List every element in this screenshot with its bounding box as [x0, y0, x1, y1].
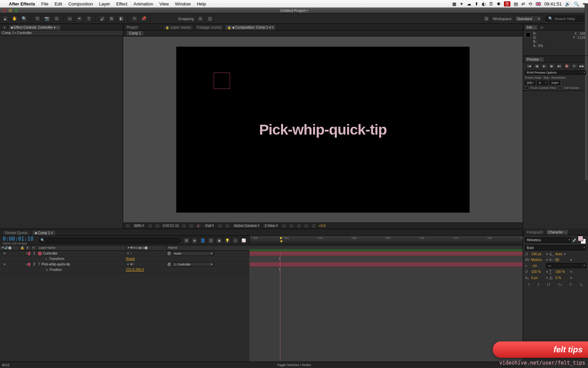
framerate-dropdown[interactable]: (25)	[525, 81, 535, 85]
pen-tool-icon[interactable]: ✒	[76, 16, 82, 22]
frame-blend-icon[interactable]: ⊡	[208, 237, 214, 244]
font-size-value[interactable]: 148 px	[531, 252, 545, 256]
playhead-line[interactable]	[280, 251, 280, 362]
vscale-value[interactable]: 100 %	[531, 270, 545, 274]
tab-info[interactable]: Info×	[524, 25, 538, 30]
close-icon[interactable]: ×	[57, 26, 59, 29]
menu-effect[interactable]: Effect	[116, 1, 127, 6]
zoom-tool-icon[interactable]: 🔍	[21, 16, 27, 22]
status-icon[interactable]: ☁	[467, 1, 471, 6]
snap-toggle-icon[interactable]: ⧈	[197, 16, 203, 22]
timeline-search-input[interactable]	[39, 238, 181, 243]
stroke-value[interactable]: - px	[531, 264, 545, 267]
pickwhip-icon[interactable]: @	[167, 262, 171, 266]
status-icon[interactable]: ✱	[497, 1, 501, 6]
twirl-icon[interactable]: ▾	[26, 263, 27, 266]
property-value[interactable]: 210.0,396.0	[126, 268, 167, 272]
current-time-indicator[interactable]: ▼	[279, 236, 283, 241]
tab-project[interactable]: ▾	[1, 25, 8, 30]
tab-effects-presets[interactable]: ▾	[539, 25, 545, 30]
exposure-value[interactable]: +0.0	[319, 224, 326, 228]
viewer-timecode[interactable]: 0:00:01:18	[163, 224, 179, 228]
camera-dropdown[interactable]: Active Camera	[232, 224, 260, 228]
workspace-dropdown[interactable]: Standard	[514, 16, 542, 22]
tab-viewer-project[interactable]: Project	[125, 25, 140, 30]
pickwhip-icon[interactable]: @	[167, 251, 171, 255]
draft-3d-icon[interactable]: ◈	[192, 237, 198, 244]
transparency-icon[interactable]	[225, 224, 230, 228]
text-tool-icon[interactable]: T	[86, 16, 92, 22]
comp-canvas[interactable]: Pick-whip-quick-tip	[176, 47, 470, 213]
stopwatch-icon[interactable]: ⊙	[46, 268, 48, 272]
tab-preview[interactable]: Preview×	[524, 57, 544, 62]
font-family-dropdown[interactable]: Helvetica	[525, 237, 571, 243]
auto-keyframe-icon[interactable]: ◇	[232, 237, 239, 244]
channel-icon[interactable]: ●	[196, 224, 201, 228]
first-frame-button[interactable]: |◀	[526, 64, 533, 68]
magnify-icon[interactable]	[125, 224, 130, 228]
selection-tool-icon[interactable]: ▲	[2, 16, 8, 22]
app-menu[interactable]: After Effects	[9, 1, 35, 6]
faux-italic-icon[interactable]: T	[536, 282, 541, 288]
show-snapshot-icon[interactable]	[189, 224, 194, 228]
graph-editor-icon[interactable]: 📈	[241, 237, 247, 244]
toggle-switches-modes[interactable]: Toggle Switches / Modes	[277, 363, 311, 367]
tab-viewer-footage[interactable]: Footage: (none)	[195, 25, 224, 30]
search-tool-icon[interactable]: ⊡	[483, 16, 489, 22]
layer-name[interactable]: Pick-whip-quick-tip	[42, 262, 70, 266]
status-icon[interactable]: ▤	[514, 1, 518, 6]
status-icon[interactable]: ▦	[452, 1, 456, 6]
scrollbar-handle[interactable]	[585, 3, 588, 181]
tracking-value[interactable]: 10	[555, 258, 569, 262]
composition-viewer[interactable]: Pick-whip-quick-tip	[123, 36, 523, 223]
controller-null-outline[interactable]	[214, 73, 230, 89]
skip-dropdown[interactable]: 0	[537, 81, 548, 85]
timeline-timecode[interactable]: 0:00:01:18	[3, 236, 33, 242]
all-caps-icon[interactable]: TT	[545, 282, 552, 288]
tab-timeline-comp[interactable]: ■ Comp 1 ×	[32, 230, 56, 235]
zoom-dropdown[interactable]: 50%	[133, 224, 145, 228]
spotlight-icon[interactable]: 🔍	[574, 1, 579, 6]
snapping-label[interactable]: Snapping	[178, 17, 194, 21]
menu-layer[interactable]: Layer	[99, 1, 110, 6]
timeline-icon[interactable]	[296, 224, 301, 228]
next-frame-button[interactable]: |▶	[549, 64, 555, 68]
toggle-switch-icon[interactable]: ⊞	[2, 363, 5, 367]
layer-row-text[interactable]: 👁 ▾ 2 TPick-whip-quick-tip ✦✱/ @1. Contr…	[0, 262, 249, 267]
tab-viewer-composition[interactable]: 🔒■ Composition: Comp 1 ▾ ×	[225, 25, 276, 30]
fast-preview-icon[interactable]	[289, 224, 294, 228]
ram-preview-button[interactable]: ▶▶	[579, 64, 585, 68]
faux-bold-icon[interactable]: T	[527, 282, 532, 288]
status-icon[interactable]: ✶	[460, 1, 463, 6]
fullscreen-checkbox[interactable]	[558, 86, 562, 90]
menu-window[interactable]: Window	[175, 1, 191, 6]
small-caps-icon[interactable]: Tᴛ	[556, 282, 563, 288]
clone-tool-icon[interactable]: ⧉	[109, 16, 115, 22]
prev-frame-button[interactable]: ◀|	[534, 64, 540, 68]
recording-icon[interactable]: ⦿	[504, 1, 510, 6]
menubar-clock[interactable]: 09:41:51	[544, 1, 562, 6]
rectangle-tool-icon[interactable]: ▭	[67, 16, 73, 22]
from-current-checkbox[interactable]	[525, 86, 528, 90]
eyedropper-icon[interactable]: 💉	[572, 238, 576, 242]
tab-render-queue[interactable]: Render Queue	[2, 230, 31, 235]
hand-tool-icon[interactable]: ✋	[12, 16, 18, 22]
baseline-value[interactable]: 0 px	[531, 276, 545, 280]
comp-mini-flowchart-icon[interactable]: ⊞	[183, 237, 190, 244]
status-icon[interactable]: ⟲	[528, 1, 532, 6]
last-frame-button[interactable]: ▶|	[556, 64, 562, 68]
font-style-dropdown[interactable]: Bold	[525, 245, 586, 250]
pan-behind-tool-icon[interactable]: ⊙	[53, 16, 60, 22]
brainstorm-icon[interactable]: 💡	[224, 237, 230, 244]
volume-icon[interactable]: 🔊	[565, 1, 570, 6]
status-icon[interactable]: ⬆	[475, 1, 478, 6]
loop-button[interactable]: ↻	[571, 64, 577, 68]
menu-edit[interactable]: Edit	[54, 1, 62, 6]
rotate-tool-icon[interactable]: ↻	[34, 16, 40, 22]
toggle-switch-icon[interactable]: {}	[7, 363, 10, 367]
parent-dropdown[interactable]: 1. Controller	[172, 262, 213, 266]
property-row-transform[interactable]: ▸Transform Reset	[0, 256, 249, 262]
mute-button[interactable]: 🔇	[564, 64, 570, 68]
puppet-tool-icon[interactable]: 📌	[141, 16, 147, 22]
label-color-swatch[interactable]	[28, 252, 30, 255]
